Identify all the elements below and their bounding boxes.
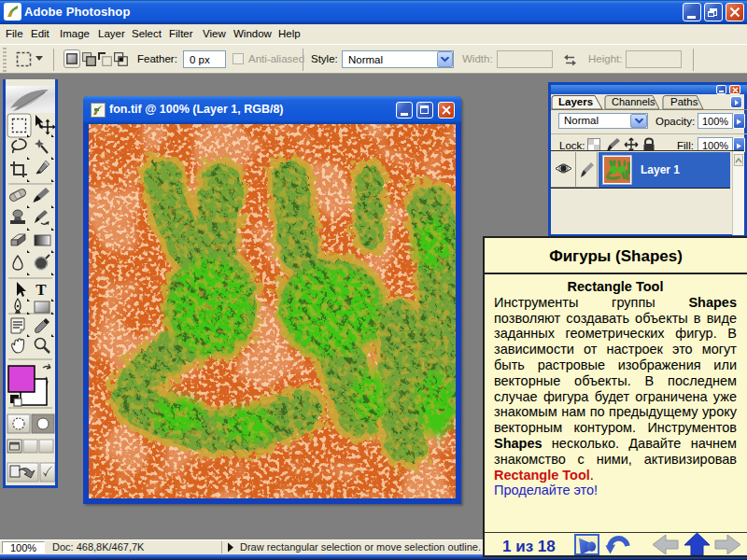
svg-text:T: T (35, 281, 47, 299)
